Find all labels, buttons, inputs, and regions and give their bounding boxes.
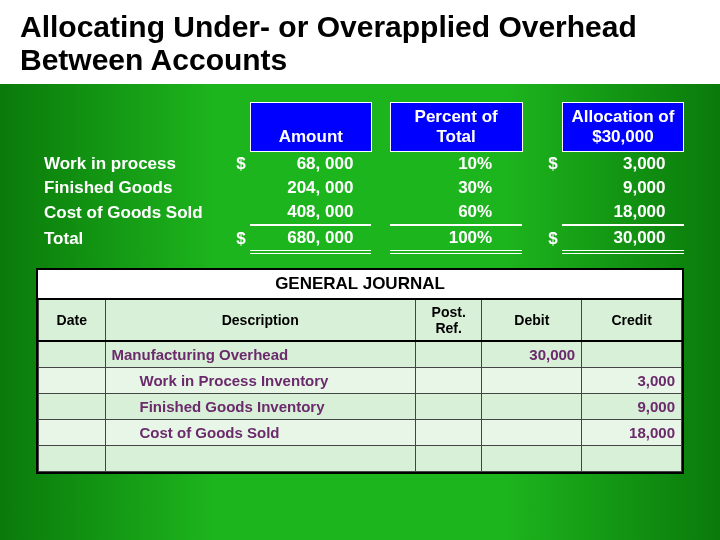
jh-ref: Post. Ref. (415, 299, 482, 341)
col-amount: Amount (250, 103, 371, 152)
journal-row: Work in Process Inventory 3,000 (39, 367, 682, 393)
col-percent: Percent of Total (390, 103, 522, 152)
allocation-table: Amount Percent of Total Allocation of $3… (36, 102, 684, 254)
slide-title: Allocating Under- or Overapplied Overhea… (20, 10, 700, 76)
jh-debit: Debit (482, 299, 582, 341)
alloc-total-row: Total $ 680, 000 100% $ 30,000 (36, 225, 684, 252)
slide-title-box: Allocating Under- or Overapplied Overhea… (0, 0, 720, 84)
alloc-row: Work in process $ 68, 000 10% $ 3,000 (36, 152, 684, 177)
alloc-row: Finished Goods 204, 000 30% 9,000 (36, 176, 684, 200)
journal-title: GENERAL JOURNAL (39, 270, 682, 299)
journal-row: Finished Goods Inventory 9,000 (39, 393, 682, 419)
journal-header-row: Date Description Post. Ref. Debit Credit (39, 299, 682, 341)
general-journal: GENERAL JOURNAL Date Description Post. R… (36, 268, 684, 474)
journal-row: Cost of Goods Sold 18,000 (39, 419, 682, 445)
jh-date: Date (39, 299, 106, 341)
col-allocation: Allocation of $30,000 (562, 103, 683, 152)
journal-row: Manufacturing Overhead 30,000 (39, 341, 682, 367)
allocation-header-row: Amount Percent of Total Allocation of $3… (36, 103, 684, 152)
journal-row (39, 445, 682, 471)
alloc-row: Cost of Goods Sold 408, 000 60% 18,000 (36, 200, 684, 225)
jh-credit: Credit (582, 299, 682, 341)
jh-desc: Description (105, 299, 415, 341)
